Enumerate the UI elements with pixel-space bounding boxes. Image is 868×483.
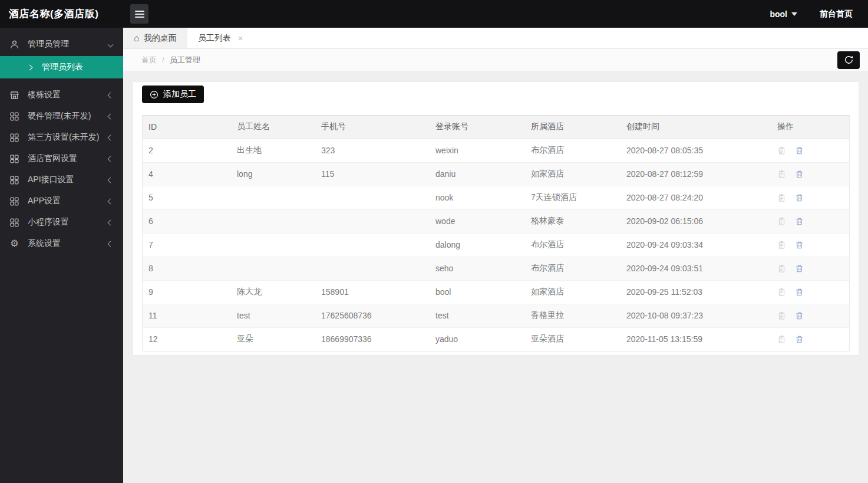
edit-button[interactable]: [777, 264, 787, 274]
cell-id: 6: [143, 209, 231, 233]
cell-id: 11: [143, 304, 231, 327]
home-icon: ⌂: [134, 34, 140, 43]
sidebar-item-api[interactable]: API接口设置: [0, 169, 123, 190]
sidebar-item-label: 酒店官网设置: [28, 153, 77, 164]
chevron-left-icon: [108, 134, 114, 140]
user-icon: [9, 40, 19, 50]
employee-table: ID 员工姓名 手机号 登录账号 所属酒店 创建时间 操作 2 出生地 323: [142, 115, 850, 351]
chevron-left-icon: [108, 156, 114, 162]
col-header-created: 创建时间: [621, 116, 771, 139]
add-employee-button[interactable]: 添加员工: [142, 86, 204, 103]
cell-hotel: 如家酒店: [525, 162, 621, 186]
table-row: 8 seho 布尔酒店 2020-09-24 09:03:51: [143, 257, 849, 280]
cell-name: [231, 233, 315, 257]
table-row: 6 wode 格林豪泰 2020-09-02 06:15:06: [143, 209, 849, 233]
sidebar-item-app[interactable]: APP设置: [0, 190, 123, 212]
cell-phone: [315, 233, 430, 257]
trash-icon: [795, 288, 804, 297]
edit-button[interactable]: [777, 193, 787, 203]
sidebar-group-admin[interactable]: 管理员管理: [0, 32, 123, 56]
sidebar-group-label: 管理员管理: [28, 39, 69, 50]
chevron-left-icon: [108, 198, 114, 204]
hamburger-icon: [135, 11, 144, 12]
tab-employee-list[interactable]: 员工列表 ×: [187, 28, 254, 48]
edit-icon: [777, 193, 786, 202]
grid-icon: [9, 111, 19, 121]
breadcrumb-home[interactable]: 首页: [141, 55, 157, 65]
table-row: 11 test 17625608736 test 香格里拉 2020-10-08…: [143, 304, 849, 327]
cell-hotel: 格林豪泰: [525, 209, 621, 233]
cell-created: 2020-09-25 11:52:03: [621, 280, 771, 304]
sidebar-item-label: 硬件管理(未开发): [28, 111, 91, 121]
edit-button[interactable]: [777, 311, 787, 321]
sidebar-item-building[interactable]: 楼栋设置: [0, 84, 123, 106]
cell-phone: [315, 257, 430, 280]
sidebar-item-miniprogram[interactable]: 小程序设置: [0, 212, 123, 233]
cell-id: 7: [143, 233, 231, 257]
chevron-down-icon: [108, 41, 114, 47]
chevron-left-icon: [108, 219, 114, 225]
edit-button[interactable]: [777, 217, 787, 226]
sidebar-item-label: 第三方设置(未开发): [28, 132, 99, 143]
cell-account: bool: [430, 280, 525, 304]
edit-icon: [777, 288, 786, 297]
edit-button[interactable]: [777, 288, 787, 297]
delete-button[interactable]: [795, 241, 804, 250]
cell-actions: [771, 327, 849, 351]
cell-hotel: 香格里拉: [525, 304, 621, 327]
cell-actions: [771, 304, 849, 327]
cell-created: 2020-08-27 08:24:20: [621, 186, 771, 209]
sidebar-item-admin-list[interactable]: 管理员列表: [0, 56, 123, 78]
sidebar-item-website[interactable]: 酒店官网设置: [0, 148, 123, 169]
refresh-button[interactable]: [837, 51, 860, 69]
add-employee-label: 添加员工: [163, 89, 196, 100]
tab-my-desktop[interactable]: ⌂ 我的桌面: [123, 28, 187, 48]
delete-button[interactable]: [795, 146, 804, 156]
cell-actions: [771, 162, 849, 186]
frontend-home-link[interactable]: 前台首页: [820, 9, 853, 19]
sidebar-item-system[interactable]: ⚙ 系统设置: [0, 233, 123, 254]
gear-icon: ⚙: [9, 239, 19, 249]
delete-button[interactable]: [795, 335, 804, 344]
edit-button[interactable]: [777, 146, 787, 156]
delete-button[interactable]: [795, 193, 804, 203]
user-dropdown[interactable]: bool: [770, 9, 797, 19]
sidebar-item-label: 小程序设置: [28, 217, 69, 228]
cell-account: nook: [430, 186, 525, 209]
delete-button[interactable]: [795, 288, 804, 297]
sidebar-item-hardware[interactable]: 硬件管理(未开发): [0, 106, 123, 127]
tab-label: 我的桌面: [144, 33, 177, 44]
grid-icon: [9, 218, 19, 228]
topbar-right: bool 前台首页: [770, 9, 868, 19]
col-header-account: 登录账号: [430, 116, 525, 139]
breadcrumb-bar: 首页 / 员工管理: [123, 49, 868, 71]
cell-account: test: [430, 304, 525, 327]
edit-button[interactable]: [777, 241, 787, 250]
cell-name: 亚朵: [231, 327, 315, 351]
cell-account: yaduo: [430, 327, 525, 351]
delete-button[interactable]: [795, 264, 804, 274]
cell-hotel: 布尔酒店: [525, 139, 621, 162]
grid-icon: [9, 175, 19, 185]
edit-icon: [777, 146, 786, 155]
employee-list-panel: 添加员工 ID 员工姓名 手机号 登录账号 所属酒店 创建时间 操作: [133, 81, 859, 356]
cell-account: wode: [430, 209, 525, 233]
edit-icon: [777, 335, 786, 344]
tab-label: 员工列表: [198, 33, 231, 44]
edit-button[interactable]: [777, 170, 787, 179]
edit-button[interactable]: [777, 335, 787, 344]
close-icon[interactable]: ×: [238, 33, 243, 43]
delete-button[interactable]: [795, 311, 804, 321]
topbar: 酒店名称(多酒店版) bool 前台首页: [0, 0, 868, 28]
cell-actions: [771, 257, 849, 280]
content-area: 添加员工 ID 员工姓名 手机号 登录账号 所属酒店 创建时间 操作: [123, 71, 868, 483]
cell-name: [231, 257, 315, 280]
delete-button[interactable]: [795, 170, 804, 179]
chevron-left-icon: [108, 113, 114, 119]
edit-icon: [777, 217, 786, 226]
sidebar-item-thirdparty[interactable]: 第三方设置(未开发): [0, 127, 123, 148]
sidebar-toggle-button[interactable]: [130, 4, 148, 24]
edit-icon: [777, 170, 786, 179]
delete-button[interactable]: [795, 217, 804, 226]
breadcrumb-separator: /: [162, 55, 164, 64]
